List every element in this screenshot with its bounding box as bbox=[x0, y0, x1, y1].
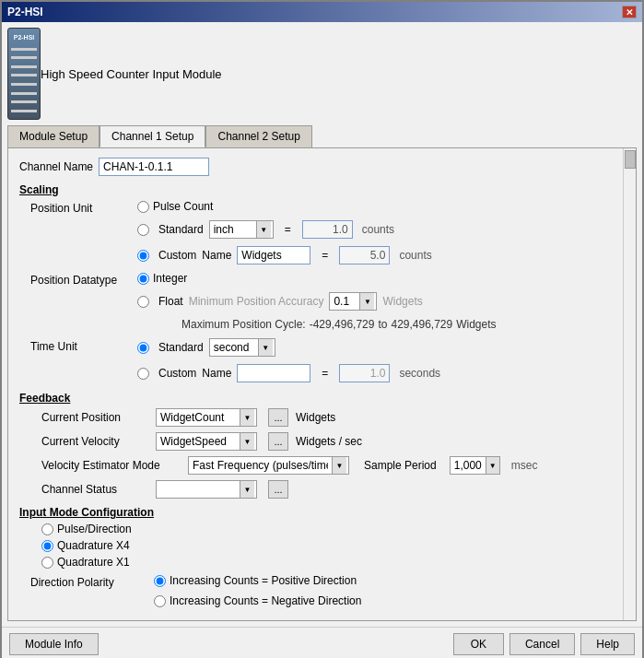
time-custom-count-input[interactable] bbox=[339, 364, 390, 382]
sample-period-combo[interactable]: ▼ bbox=[450, 456, 500, 475]
module-info-button[interactable]: Module Info bbox=[9, 633, 99, 655]
time-standard-input[interactable] bbox=[210, 340, 258, 355]
time-custom-row: Custom Name = seconds bbox=[137, 364, 440, 382]
time-unit-label: Time Unit bbox=[30, 338, 132, 353]
time-standard-radio[interactable] bbox=[137, 342, 149, 354]
direction-polarity-label: Direction Polarity bbox=[30, 574, 141, 589]
integer-radio[interactable] bbox=[137, 273, 149, 285]
velocity-estimator-label: Velocity Estimator Mode bbox=[41, 459, 175, 472]
standard-unit-input[interactable] bbox=[210, 222, 256, 237]
time-custom-radio[interactable] bbox=[137, 368, 149, 380]
current-position-unit: Widgets bbox=[296, 411, 335, 424]
current-position-combo[interactable]: ▼ bbox=[156, 408, 257, 427]
sample-period-arrow[interactable]: ▼ bbox=[486, 457, 499, 474]
pulse-count-label: Pulse Count bbox=[153, 200, 213, 213]
velocity-estimator-input[interactable] bbox=[189, 458, 332, 473]
main-panel: Channel Name Scaling Position Unit Pulse… bbox=[7, 147, 637, 621]
pulse-count-radio[interactable] bbox=[137, 201, 149, 213]
title-bar: P2-HSI ✕ bbox=[2, 2, 642, 22]
sample-period-input[interactable] bbox=[451, 458, 486, 473]
current-position-arrow[interactable]: ▼ bbox=[240, 409, 254, 426]
current-velocity-input[interactable] bbox=[157, 434, 240, 449]
velocity-estimator-arrow[interactable]: ▼ bbox=[332, 457, 346, 474]
quad-x4-radio[interactable] bbox=[41, 540, 53, 552]
quad-x1-radio[interactable] bbox=[41, 557, 53, 569]
module-title: High Speed Counter Input Module bbox=[41, 67, 222, 81]
current-velocity-ellipsis[interactable]: ... bbox=[268, 432, 288, 451]
standard-row: Standard ▼ = counts bbox=[137, 220, 432, 239]
tab-channel1-setup[interactable]: Channel 1 Setup bbox=[100, 125, 205, 147]
cancel-button[interactable]: Cancel bbox=[509, 633, 575, 655]
sample-period-unit: msec bbox=[511, 459, 538, 472]
dir-positive-label: Increasing Counts = Positive Direction bbox=[170, 574, 357, 587]
tabs-area: Module Setup Channel 1 Setup Channel 2 S… bbox=[7, 125, 637, 147]
time-custom-name-input[interactable] bbox=[237, 364, 310, 382]
custom-count-unit: counts bbox=[399, 249, 431, 262]
time-standard-label: Standard bbox=[158, 341, 204, 354]
time-standard-arrow[interactable]: ▼ bbox=[258, 339, 273, 356]
min-pos-unit: Widgets bbox=[382, 295, 422, 308]
time-custom-count-unit: seconds bbox=[399, 367, 440, 380]
standard-radio[interactable] bbox=[137, 224, 149, 236]
min-pos-accuracy-input[interactable] bbox=[330, 294, 359, 309]
standard-equals: = bbox=[285, 223, 291, 236]
position-unit-label: Position Unit bbox=[30, 200, 132, 215]
dir-negative-label: Increasing Counts = Negative Direction bbox=[170, 594, 361, 607]
standard-count-input[interactable] bbox=[302, 220, 353, 239]
time-custom-name-label: Name bbox=[202, 367, 231, 380]
pulse-direction-radio[interactable] bbox=[41, 523, 53, 535]
current-velocity-label: Current Velocity bbox=[41, 435, 143, 448]
scaling-label: Scaling bbox=[19, 183, 612, 196]
current-velocity-arrow[interactable]: ▼ bbox=[240, 433, 254, 450]
time-custom-equals: = bbox=[322, 367, 328, 380]
ok-button[interactable]: OK bbox=[453, 633, 504, 655]
quad-x4-label: Quadrature X4 bbox=[57, 539, 130, 552]
current-position-ellipsis[interactable]: ... bbox=[268, 408, 288, 427]
dir-positive-radio[interactable] bbox=[154, 575, 166, 587]
time-custom-label: Custom bbox=[158, 367, 196, 380]
current-velocity-row: Current Velocity ▼ ... Widgets / sec bbox=[41, 432, 612, 451]
tab-channel2-setup[interactable]: Channel 2 Setup bbox=[205, 125, 311, 147]
channel-status-label: Channel Status bbox=[41, 483, 143, 496]
custom-radio[interactable] bbox=[137, 250, 149, 262]
scrollbar[interactable] bbox=[623, 148, 636, 620]
channel-status-ellipsis[interactable]: ... bbox=[268, 480, 288, 499]
custom-name-input[interactable] bbox=[237, 246, 310, 264]
dir-negative-radio[interactable] bbox=[154, 595, 166, 607]
standard-unit-arrow[interactable]: ▼ bbox=[256, 221, 271, 238]
channel-status-arrow[interactable]: ▼ bbox=[240, 481, 254, 498]
standard-unit-combo[interactable]: ▼ bbox=[209, 220, 274, 239]
custom-name-label: Name bbox=[202, 249, 231, 262]
min-pos-accuracy-arrow[interactable]: ▼ bbox=[359, 293, 374, 310]
time-standard-row: Standard ▼ bbox=[137, 338, 440, 357]
close-button[interactable]: ✕ bbox=[622, 6, 637, 18]
integer-row: Integer bbox=[137, 272, 497, 285]
channel-name-input[interactable] bbox=[99, 158, 209, 176]
footer-right-buttons: OK Cancel Help bbox=[453, 633, 635, 655]
device-icon: P2-HSI bbox=[7, 28, 41, 120]
dir-positive-row: Increasing Counts = Positive Direction bbox=[154, 574, 361, 587]
max-pos-label: Maximum Position Cycle: bbox=[181, 318, 306, 331]
scrollbar-thumb[interactable] bbox=[625, 150, 636, 169]
tab-module-setup[interactable]: Module Setup bbox=[7, 125, 100, 147]
channel-status-input[interactable] bbox=[157, 482, 240, 497]
window-content: P2-HSI High Speed Counter Input Module M… bbox=[2, 22, 642, 627]
float-row: Float Minimum Position Accuracy ▼ Widget… bbox=[137, 292, 497, 311]
standard-label: Standard bbox=[158, 223, 204, 236]
quad-x1-row: Quadrature X1 bbox=[41, 556, 612, 569]
help-button[interactable]: Help bbox=[580, 633, 635, 655]
custom-count-input[interactable] bbox=[339, 246, 390, 264]
velocity-estimator-combo[interactable]: ▼ bbox=[188, 456, 349, 475]
feedback-label: Feedback bbox=[19, 392, 612, 405]
footer: Module Info OK Cancel Help bbox=[2, 627, 642, 658]
sample-period-label: Sample Period bbox=[364, 459, 437, 472]
current-position-input[interactable] bbox=[157, 410, 240, 425]
float-radio[interactable] bbox=[137, 296, 149, 308]
current-velocity-combo[interactable]: ▼ bbox=[156, 432, 257, 451]
time-standard-combo[interactable]: ▼ bbox=[209, 338, 275, 357]
min-pos-accuracy-label: Minimum Position Accuracy bbox=[189, 295, 324, 308]
current-position-row: Current Position ▼ ... Widgets bbox=[41, 408, 612, 427]
channel-status-combo[interactable]: ▼ bbox=[156, 480, 257, 499]
min-pos-accuracy-combo[interactable]: ▼ bbox=[329, 292, 377, 311]
window-title: P2-HSI bbox=[7, 6, 43, 18]
